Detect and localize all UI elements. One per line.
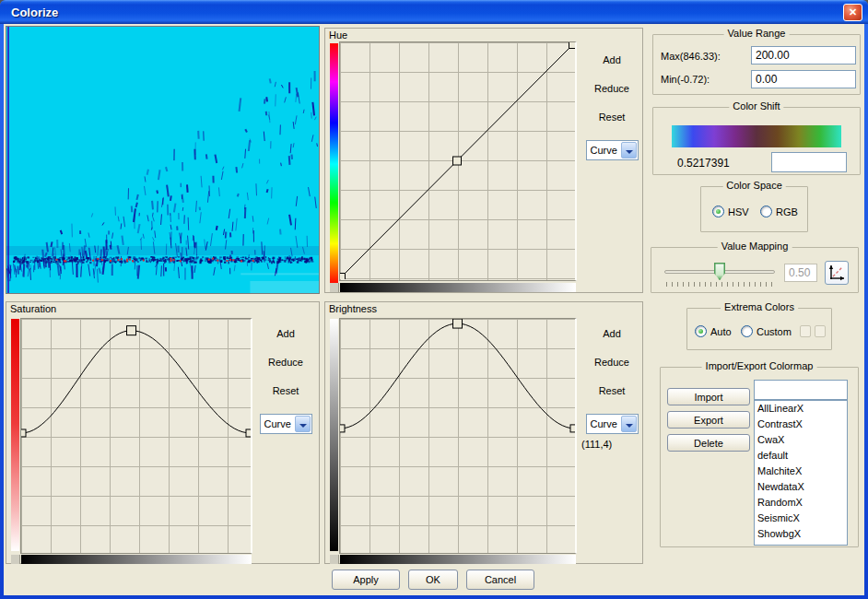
- hsv-radio[interactable]: [712, 206, 724, 217]
- brightness-reduce-button[interactable]: Reduce: [594, 357, 629, 368]
- max-label: Max(846.33):: [661, 51, 721, 62]
- auto-radio[interactable]: [695, 325, 707, 337]
- chevron-down-icon[interactable]: [621, 142, 637, 159]
- color-space-group: Color Space HSV RGB: [700, 186, 808, 232]
- hue-curve-area[interactable]: [339, 41, 577, 281]
- brightness-editor-panel: Brightness Add Reduce Reset Curve (111,4…: [324, 301, 643, 564]
- brightness-add-button[interactable]: Add: [603, 328, 621, 339]
- auto-radio-label: Auto: [710, 326, 732, 337]
- min-color-swatch-button[interactable]: [800, 325, 811, 337]
- value-mapping-title: Value Mapping: [718, 241, 792, 252]
- colorize-dialog: Colorize ✕ Hue Add Reduce Reset Curve: [0, 0, 868, 599]
- hue-editor-panel: Hue Add Reduce Reset Curve: [324, 28, 643, 293]
- value-mapping-group: Value Mapping: [651, 247, 859, 293]
- apply-button[interactable]: Apply: [332, 570, 400, 590]
- saturation-reset-button[interactable]: Reset: [273, 385, 299, 396]
- cancel-button[interactable]: Cancel: [466, 570, 534, 590]
- brightness-gradient-strip: [330, 319, 338, 551]
- hue-add-button[interactable]: Add: [603, 54, 621, 65]
- value-range-group: Value Range Max(846.33): Min(-0.72):: [652, 34, 861, 95]
- spectrogram-preview: [6, 27, 319, 293]
- hue-mode-value: Curve: [591, 145, 617, 156]
- title-bar[interactable]: Colorize ✕: [0, 0, 868, 24]
- colormap-list-item[interactable]: AllLinearX: [755, 401, 847, 417]
- colormap-io-title: Import/Export Colormap: [702, 360, 817, 371]
- saturation-bottom-strip-cap: [11, 555, 20, 564]
- ok-button[interactable]: OK: [408, 570, 458, 590]
- delete-button[interactable]: Delete: [667, 434, 750, 452]
- chevron-down-icon[interactable]: [621, 416, 637, 432]
- max-color-swatch-button[interactable]: [815, 325, 826, 337]
- saturation-curve-area[interactable]: [20, 318, 252, 554]
- extrema-colors-group: Extrema Colors Auto Custom: [686, 308, 832, 350]
- mapping-curve-button[interactable]: [825, 261, 849, 285]
- hue-reset-button[interactable]: Reset: [599, 112, 626, 123]
- brightness-value-strip: [340, 555, 576, 564]
- hue-gradient-strip: [330, 43, 338, 285]
- mapping-value-input[interactable]: [784, 264, 817, 282]
- chevron-down-icon[interactable]: [295, 416, 311, 432]
- custom-radio-label: Custom: [757, 326, 792, 337]
- saturation-mode-value: Curve: [264, 418, 291, 429]
- saturation-reduce-button[interactable]: Reduce: [268, 357, 303, 368]
- saturation-add-button[interactable]: Add: [276, 328, 295, 339]
- import-button[interactable]: Import: [667, 388, 750, 405]
- axes-icon: [826, 262, 848, 284]
- rgb-radio-label: RGB: [776, 206, 798, 217]
- export-button[interactable]: Export: [667, 411, 750, 429]
- rgb-radio[interactable]: [760, 206, 772, 217]
- custom-radio[interactable]: [741, 325, 753, 337]
- brightness-curve-area[interactable]: [339, 318, 577, 554]
- saturation-curve: [21, 319, 251, 552]
- saturation-value-strip: [21, 555, 252, 564]
- colormap-list-item[interactable]: ContrastX: [755, 417, 847, 432]
- color-space-title: Color Space: [722, 180, 786, 191]
- brightness-mode-value: Curve: [591, 418, 617, 429]
- close-icon[interactable]: ✕: [843, 4, 862, 21]
- colormap-list[interactable]: AllLinearXContrastXCwaXdefaultMalchiteXN…: [754, 400, 848, 546]
- dialog-body: Hue Add Reduce Reset Curve Saturation: [4, 24, 864, 595]
- hue-curve: [340, 42, 575, 279]
- brightness-label: Brightness: [329, 303, 377, 314]
- colormap-list-item[interactable]: NewdataX: [755, 479, 847, 495]
- color-shift-gradient-bar[interactable]: [672, 125, 841, 147]
- extrema-colors-title: Extrema Colors: [721, 301, 798, 312]
- colormap-list-item[interactable]: RandomX: [755, 495, 847, 511]
- hue-reduce-button[interactable]: Reduce: [594, 83, 629, 94]
- brightness-reset-button[interactable]: Reset: [599, 385, 626, 396]
- cursor-coords: (111,4): [581, 439, 612, 450]
- hue-bottom-strip-cap: [330, 283, 339, 292]
- hue-label: Hue: [329, 29, 347, 41]
- color-shift-value: 0.5217391: [677, 157, 730, 170]
- colormap-list-item[interactable]: SeismicX: [755, 511, 847, 526]
- image-preview-panel: [6, 26, 320, 294]
- hsv-radio-label: HSV: [728, 206, 749, 217]
- color-shift-group: Color Shift 0.5217391: [652, 107, 861, 175]
- colormap-list-item[interactable]: MalchiteX: [755, 464, 847, 479]
- brightness-curve: [340, 319, 575, 552]
- brightness-mode-dropdown[interactable]: Curve: [586, 414, 639, 434]
- color-shift-title: Color Shift: [729, 100, 783, 112]
- saturation-gradient-strip: [11, 319, 19, 551]
- color-shift-input[interactable]: [771, 152, 847, 172]
- window-title: Colorize: [11, 6, 58, 19]
- colormap-list-item[interactable]: default: [755, 448, 847, 464]
- saturation-mode-dropdown[interactable]: Curve: [260, 414, 312, 434]
- value-range-title: Value Range: [724, 28, 790, 39]
- hue-mode-dropdown[interactable]: Curve: [586, 140, 639, 160]
- max-value-input[interactable]: [751, 46, 856, 65]
- colormap-name-input[interactable]: [754, 380, 848, 400]
- min-value-input[interactable]: [751, 70, 856, 88]
- hue-value-strip: [340, 283, 576, 292]
- slider-tick-marks: [666, 282, 775, 287]
- saturation-editor-panel: Saturation Add Reduce Reset Curve: [6, 301, 320, 564]
- value-slider-thumb[interactable]: [714, 263, 725, 280]
- colormap-list-item[interactable]: CwaX: [755, 432, 847, 448]
- colormap-io-group: Import/Export Colormap Import Export Del…: [660, 367, 859, 547]
- brightness-bottom-strip-cap: [330, 555, 339, 564]
- colormap-list-item[interactable]: ShowbgX: [755, 526, 847, 542]
- saturation-label: Saturation: [10, 303, 56, 314]
- min-label: Min(-0.72):: [661, 74, 710, 85]
